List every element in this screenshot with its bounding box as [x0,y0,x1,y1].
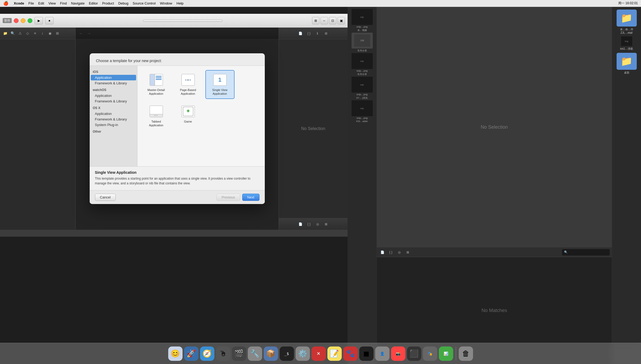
utility-bottom-file-icon[interactable]: 📄 [297,221,304,228]
menu-edit[interactable]: Edit [38,1,44,5]
menu-file[interactable]: File [28,1,34,5]
dock-app17[interactable]: 📊 [439,346,453,361]
run-button[interactable]: ▶ [34,17,43,24]
dock-app6[interactable]: 📦 [264,346,278,361]
sidebar-watchos-framework[interactable]: Framework & Library [90,98,137,104]
sidebar-ios-framework[interactable]: Framework & Library [90,80,137,86]
utility-bottom-layout-icon[interactable]: ⊠ [323,221,330,228]
apple-menu[interactable]: 🍎 [3,1,8,6]
dock-app16[interactable]: 🎭 [423,346,437,361]
dock: 😊 🚀 🧭 🖱 🎬 🔧 📦 _$ ⚙️ ✕ 📝 🐾 ◼ 👤 📸 ⬛ 🎭 📊 🗑 [0,343,641,364]
cancel-button[interactable]: Cancel [95,194,116,201]
utility-toolbar: 📄 { } ℹ ⊞ [279,28,348,39]
navigator-toolbar: 📁 🔍 ⚠ ◇ ≡ ↕ ◉ ⊞ [0,28,75,39]
file-meta-3: 车丹分享 [350,73,374,76]
dock-safari[interactable]: 🧭 [200,346,214,361]
dock-terminal[interactable]: _$ [280,346,294,361]
dock-settings[interactable]: ⚙️ [296,346,310,361]
nav-debug-icon[interactable]: ≡ [32,30,38,37]
utility-toggle[interactable]: ▣ [337,17,345,24]
dock-app15[interactable]: ⬛ [407,346,421,361]
dock-launchpad[interactable]: 🚀 [184,346,198,361]
next-button[interactable]: Next [242,194,259,201]
file-thumb-1: snip [352,9,373,25]
menu-editor[interactable]: Editor [89,1,98,5]
utility-bottom-info-icon[interactable]: ◎ [314,221,321,228]
dock-tools[interactable]: 🔧 [248,346,262,361]
utility-layout-icon[interactable]: ⊞ [323,30,330,37]
file-item-2[interactable]: 文档 车丹分享 [349,33,375,53]
lower-grid-icon[interactable]: ⊠ [404,249,411,256]
file-item-4[interactable]: snip snip....png 07-…(优化 [349,77,375,100]
file-item-5[interactable]: snip snip....png KSI…aster [349,100,375,123]
menu-window[interactable]: Window [160,1,172,5]
template-master-detail[interactable]: Master-DetailApplication [142,70,171,99]
sidebar-osx-application[interactable]: Application [90,111,137,116]
menu-view[interactable]: View [48,1,56,5]
sidebar-osx-plugin[interactable]: System Plug-in [90,122,137,128]
file-label-3: snip....png [350,70,374,72]
layout-toggle[interactable]: ⊡ [329,17,336,24]
dock-app14[interactable]: 📸 [391,346,405,361]
pause-badge: 暂停 [3,18,12,23]
window-maximize-btn[interactable] [28,18,32,23]
nav-folder-icon[interactable]: 📁 [2,30,8,37]
game-icon: ✦ [180,105,196,118]
dock-finder[interactable]: 😊 [168,346,183,361]
scheme-selector[interactable] [143,20,223,22]
file-thumb-5: snip [352,100,373,116]
navigator-toggle[interactable]: ⊞ [312,17,319,24]
dock-paw[interactable]: 🐾 [343,346,358,361]
file-item-1[interactable]: snip snip....png 未…视频 [349,9,375,32]
dock-photos[interactable]: 🎬 [232,346,246,361]
lower-circle-icon[interactable]: ◎ [396,249,403,256]
template-page-based[interactable]: Page-BasedApplication [174,70,203,99]
menu-product[interactable]: Product [102,1,114,5]
file-item-3[interactable]: snip snip....png 车丹分享 [349,53,375,76]
template-tabbed[interactable]: TabbedApplication [142,102,171,131]
folder-item-3[interactable]: 📁 桌面 [614,53,639,75]
menu-xcode[interactable]: Xcode [14,1,24,5]
nav-grid-icon[interactable]: ⊞ [54,30,60,37]
nav-search-icon[interactable]: 🔍 [10,30,16,37]
nav-breakpoint-icon[interactable]: ↕ [39,30,46,37]
menu-help[interactable]: Help [176,1,184,5]
folder-item-1[interactable]: 📁 未…命…件ZJL…etail [614,10,639,34]
stop-button[interactable]: ■ [45,17,54,24]
previous-button[interactable]: Previous [216,194,240,201]
folder-label-1: 未…命…件ZJL…etail [620,28,633,34]
menu-debug[interactable]: Debug [118,1,128,5]
sidebar-watchos-application[interactable]: Application [90,93,137,98]
dock-app13[interactable]: 👤 [375,346,389,361]
desktop-no-selection: No Selection [481,124,508,130]
window-minimize-btn[interactable] [21,18,25,23]
template-single-view[interactable]: 1 Single ViewApplication [205,70,235,99]
dock-xmind[interactable]: ✕ [311,346,326,361]
dock-mouse[interactable]: 🖱 [216,346,230,361]
sidebar-osx-framework[interactable]: Framework & Library [90,116,137,122]
lower-code-icon[interactable]: { } [387,249,394,256]
utility-bottom-code-icon[interactable]: { } [306,221,313,228]
ios-section-header: iOS [90,69,137,75]
nav-report-icon[interactable]: ◉ [47,30,53,37]
nav-test-icon[interactable]: ◇ [24,30,31,37]
desc-text: This template provides a starting point … [95,176,259,186]
utility-code-icon[interactable]: { } [306,30,313,37]
dock-app12[interactable]: ◼ [359,346,374,361]
assistant-toggle[interactable]: ↔ [320,17,328,24]
search-bar[interactable]: 🔍 [562,249,610,255]
folder-item-2[interactable]: img ios1…清瓷 [614,36,639,51]
template-description: Single View Application This template pr… [90,166,265,190]
utility-file-icon[interactable]: 📄 [297,30,304,37]
utility-info-icon[interactable]: ℹ [314,30,321,37]
window-close-btn[interactable] [14,18,19,23]
lower-file-icon[interactable]: 📄 [379,249,386,256]
nav-warning-icon[interactable]: ⚠ [17,30,23,37]
menu-navigate[interactable]: Navigate [71,1,85,5]
dock-trash[interactable]: 🗑 [459,346,473,361]
dock-notes[interactable]: 📝 [327,346,342,361]
sidebar-ios-application[interactable]: Application [91,75,136,80]
template-game[interactable]: ✦ Game [174,102,203,131]
menu-source-control[interactable]: Source Control [133,1,156,5]
menu-find[interactable]: Find [60,1,67,5]
